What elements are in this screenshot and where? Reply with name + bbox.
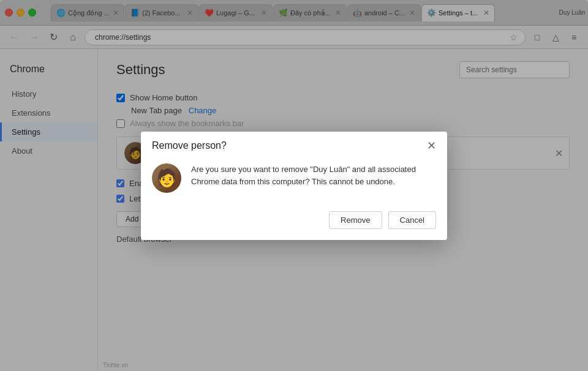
dialog-avatar-image: 🧑: [152, 163, 181, 193]
dialog-title-bar: Remove person? ✕: [141, 132, 447, 157]
dialog-title: Remove person?: [152, 140, 227, 151]
dialog-message: Are you sure you want to remove "Duy Luâ…: [191, 163, 436, 189]
dialog-actions: Remove Cancel: [141, 205, 447, 240]
dialog-overlay: Remove person? ✕ 🧑 Are you sure you want…: [0, 0, 588, 371]
dialog-cancel-button[interactable]: Cancel: [388, 211, 436, 229]
dialog-remove-button[interactable]: Remove: [329, 211, 382, 229]
dialog-avatar: 🧑: [152, 163, 181, 193]
dialog-close-button[interactable]: ✕: [427, 140, 436, 151]
remove-person-dialog: Remove person? ✕ 🧑 Are you sure you want…: [141, 132, 447, 240]
dialog-body: 🧑 Are you sure you want to remove "Duy L…: [141, 157, 447, 205]
